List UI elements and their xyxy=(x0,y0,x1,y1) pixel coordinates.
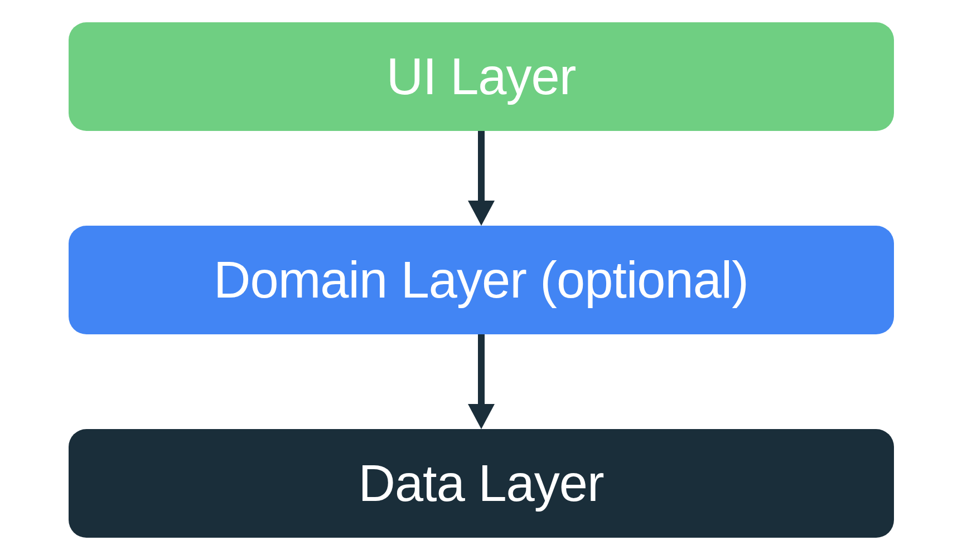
svg-marker-1 xyxy=(468,201,495,226)
arrow-ui-to-domain xyxy=(465,131,498,226)
ui-layer-box: UI Layer xyxy=(69,22,894,131)
ui-layer-label: UI Layer xyxy=(386,47,576,106)
architecture-diagram: UI Layer Domain Layer (optional) Data La… xyxy=(69,22,894,538)
domain-layer-label: Domain Layer (optional) xyxy=(214,251,748,309)
svg-marker-3 xyxy=(468,404,495,429)
data-layer-box: Data Layer xyxy=(69,429,894,538)
arrow-down-icon xyxy=(465,334,498,429)
data-layer-label: Data Layer xyxy=(358,454,603,513)
domain-layer-box: Domain Layer (optional) xyxy=(69,226,894,334)
arrow-domain-to-data xyxy=(465,334,498,429)
arrow-down-icon xyxy=(465,131,498,226)
